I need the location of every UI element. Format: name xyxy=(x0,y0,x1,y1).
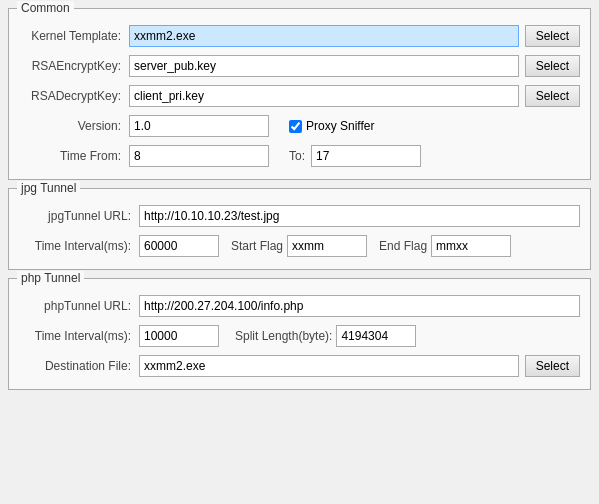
jpg-url-label: jpgTunnel URL: xyxy=(19,209,139,223)
jpg-interval-row: Time Interval(ms): Start Flag End Flag xyxy=(19,235,580,257)
destination-file-label: Destination File: xyxy=(19,359,139,373)
kernel-template-input[interactable] xyxy=(129,25,519,47)
version-row: Version: Proxy Sniffer xyxy=(19,115,580,137)
rsa-encrypt-label: RSAEncryptKey: xyxy=(19,59,129,73)
rsa-encrypt-input[interactable] xyxy=(129,55,519,77)
kernel-template-row: Kernel Template: Select xyxy=(19,25,580,47)
php-url-row: phpTunnel URL: xyxy=(19,295,580,317)
rsa-decrypt-label: RSADecryptKey: xyxy=(19,89,129,103)
rsa-decrypt-row: RSADecryptKey: Select xyxy=(19,85,580,107)
jpg-url-input[interactable] xyxy=(139,205,580,227)
version-label: Version: xyxy=(19,119,129,133)
kernel-select-button[interactable]: Select xyxy=(525,25,580,47)
version-input[interactable] xyxy=(129,115,269,137)
php-interval-input[interactable] xyxy=(139,325,219,347)
dest-select-button[interactable]: Select xyxy=(525,355,580,377)
split-length-label: Split Length(byte): xyxy=(235,329,332,343)
end-flag-input[interactable] xyxy=(431,235,511,257)
kernel-template-label: Kernel Template: xyxy=(19,29,129,43)
time-to-input[interactable] xyxy=(311,145,421,167)
rsa-encrypt-select-button[interactable]: Select xyxy=(525,55,580,77)
proxy-sniffer-group: Proxy Sniffer xyxy=(289,119,374,133)
rsa-decrypt-select-button[interactable]: Select xyxy=(525,85,580,107)
time-from-input[interactable] xyxy=(129,145,269,167)
common-section: Common Kernel Template: Select RSAEncryp… xyxy=(8,8,591,180)
jpg-url-row: jpgTunnel URL: xyxy=(19,205,580,227)
destination-file-row: Destination File: Select xyxy=(19,355,580,377)
time-row: Time From: To: xyxy=(19,145,580,167)
jpg-interval-input[interactable] xyxy=(139,235,219,257)
php-interval-row: Time Interval(ms): Split Length(byte): xyxy=(19,325,580,347)
rsa-encrypt-row: RSAEncryptKey: Select xyxy=(19,55,580,77)
split-length-input[interactable] xyxy=(336,325,416,347)
php-tunnel-section: php Tunnel phpTunnel URL: Time Interval(… xyxy=(8,278,591,390)
php-tunnel-title: php Tunnel xyxy=(17,271,84,285)
jpg-interval-label: Time Interval(ms): xyxy=(19,239,139,253)
destination-file-input[interactable] xyxy=(139,355,519,377)
php-url-label: phpTunnel URL: xyxy=(19,299,139,313)
jpg-tunnel-title: jpg Tunnel xyxy=(17,181,80,195)
rsa-decrypt-input[interactable] xyxy=(129,85,519,107)
jpg-tunnel-section: jpg Tunnel jpgTunnel URL: Time Interval(… xyxy=(8,188,591,270)
time-from-label: Time From: xyxy=(19,149,129,163)
start-flag-input[interactable] xyxy=(287,235,367,257)
end-flag-label: End Flag xyxy=(379,239,427,253)
php-url-input[interactable] xyxy=(139,295,580,317)
start-flag-label: Start Flag xyxy=(231,239,283,253)
to-label: To: xyxy=(289,149,305,163)
proxy-sniffer-checkbox[interactable] xyxy=(289,120,302,133)
proxy-sniffer-label: Proxy Sniffer xyxy=(306,119,374,133)
common-title: Common xyxy=(17,1,74,15)
php-interval-label: Time Interval(ms): xyxy=(19,329,139,343)
